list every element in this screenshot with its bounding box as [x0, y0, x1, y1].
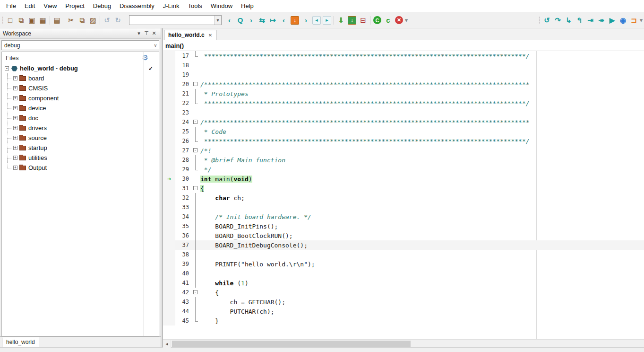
toggle-source-icon[interactable]: ⇆ — [257, 15, 267, 26]
open-document-icon[interactable]: ⧉ — [16, 15, 26, 26]
dropdown-caret-icon[interactable]: ▾ — [639, 15, 643, 26]
reset-icon[interactable]: ↺ — [541, 15, 552, 26]
breakpoint-gutter[interactable] — [163, 89, 175, 98]
breakpoint-gutter[interactable] — [163, 79, 175, 89]
expand-icon[interactable]: + — [13, 156, 17, 160]
breakpoint-gutter[interactable] — [163, 221, 175, 231]
breakpoint-gutter[interactable] — [163, 51, 175, 61]
breakpoint-gutter[interactable] — [163, 98, 175, 108]
fold-collapse-icon[interactable]: - — [193, 82, 197, 86]
breakpoint-gutter[interactable] — [163, 155, 175, 165]
next-bookmark-icon[interactable]: ▸ — [323, 16, 331, 25]
tree-item-component[interactable]: + component — [2, 93, 159, 103]
menu-item-view[interactable]: View — [39, 0, 61, 11]
goto-definition-icon[interactable]: ↦ — [267, 15, 278, 26]
fold-gutter[interactable]: - — [192, 146, 199, 155]
save-icon[interactable]: ▣ — [26, 15, 37, 26]
toolbar-separator[interactable] — [98, 15, 102, 26]
expand-icon[interactable]: + — [13, 146, 17, 150]
expand-icon[interactable]: + — [13, 96, 17, 100]
expand-icon[interactable]: + — [13, 166, 17, 170]
toolbar-grip[interactable]: ┆ — [1, 15, 5, 26]
pin-icon[interactable]: ⊤ — [143, 30, 150, 36]
close-icon[interactable]: ✕ — [208, 33, 212, 38]
download-and-debug-icon[interactable]: C — [373, 16, 381, 24]
tree-item-doc[interactable]: + doc — [2, 113, 159, 123]
tree-item-utilities[interactable]: + utilities — [2, 153, 159, 163]
redo-icon[interactable]: ↻ — [112, 15, 123, 26]
toolbar-separator[interactable] — [332, 15, 335, 26]
step-over-icon[interactable]: ↷ — [552, 15, 563, 26]
fold-gutter[interactable]: - — [192, 79, 199, 89]
fold-collapse-icon[interactable]: - — [193, 120, 197, 124]
breakpoint-gutter[interactable] — [163, 259, 175, 269]
breakpoint-gutter[interactable] — [163, 240, 175, 250]
horizontal-scrollbar[interactable]: ◂ — [163, 339, 644, 347]
breakpoint-gutter[interactable] — [163, 297, 175, 307]
step-into-icon[interactable]: ↳ — [563, 15, 574, 26]
search-icon[interactable]: Q — [235, 15, 246, 26]
scroll-left-icon[interactable]: ◂ — [163, 340, 171, 348]
breakpoint-gutter[interactable] — [163, 193, 175, 202]
stop-debug-session-icon[interactable]: ✕ — [395, 16, 403, 24]
run-to-cursor-icon[interactable]: ↠ — [596, 15, 607, 26]
menu-item-debug[interactable]: Debug — [89, 0, 115, 11]
erase-memory-icon[interactable]: ⊟ — [358, 15, 369, 26]
breakpoint-gutter[interactable] — [163, 278, 175, 288]
next-statement-icon[interactable]: ⇥ — [585, 15, 596, 26]
breakpoint-gutter[interactable] — [163, 136, 175, 146]
toolbar-separator[interactable] — [62, 15, 66, 26]
new-document-icon[interactable]: □ — [5, 15, 16, 26]
toolbar-separator[interactable] — [369, 15, 372, 26]
go-icon[interactable]: ▶ — [607, 15, 618, 26]
breakpoint-gutter[interactable] — [163, 146, 175, 155]
breakpoint-gutter[interactable] — [163, 165, 175, 174]
fold-collapse-icon[interactable]: - — [193, 290, 197, 294]
editor-tab-hello-world-c[interactable]: hello_world.c ✕ — [164, 30, 216, 40]
breakpoint-gutter[interactable] — [163, 307, 175, 316]
expand-icon[interactable]: + — [13, 116, 17, 120]
save-all-icon[interactable]: ▦ — [37, 15, 48, 26]
fold-collapse-icon[interactable]: - — [193, 186, 197, 190]
toolbar-separator[interactable] — [123, 15, 127, 26]
breakpoint-gutter[interactable] — [163, 231, 175, 240]
breakpoint-gutter[interactable] — [163, 61, 175, 70]
panel-close-icon[interactable]: ✕ — [150, 30, 158, 36]
breakpoint-gutter[interactable] — [163, 288, 175, 297]
prev-bookmark-icon[interactable]: ◂ — [312, 16, 321, 25]
toolbar-grip[interactable]: ┆ — [538, 15, 541, 26]
breakpoint-gutter[interactable] — [163, 127, 175, 136]
function-selector-bar[interactable]: main() — [163, 40, 644, 51]
code-editor[interactable]: 17 *************************************… — [163, 51, 644, 339]
menu-item-project[interactable]: Project — [61, 0, 88, 11]
download-flash-icon[interactable]: ↓ — [348, 16, 356, 25]
menu-item-window[interactable]: Window — [206, 0, 237, 11]
menu-item-disassembly[interactable]: Disassembly — [115, 0, 159, 11]
breakpoint-gutter[interactable] — [163, 70, 175, 79]
menu-item-help[interactable]: Help — [237, 0, 258, 11]
break-icon[interactable]: ◉ — [618, 15, 628, 26]
expand-icon[interactable]: + — [13, 76, 17, 80]
debug-without-download-icon[interactable]: c — [383, 15, 394, 26]
collapse-icon[interactable]: - — [5, 66, 9, 70]
tree-item-output[interactable]: + Output — [2, 163, 159, 173]
breakpoint-gutter[interactable] — [163, 202, 175, 212]
print-icon[interactable]: ▤ — [52, 15, 62, 26]
expand-icon[interactable]: + — [13, 136, 17, 140]
stop-debugging-icon[interactable]: ⊐ — [628, 15, 639, 26]
tree-item-source[interactable]: + source — [2, 133, 159, 143]
breakpoint-gutter[interactable] — [163, 108, 175, 117]
expand-icon[interactable]: + — [13, 126, 17, 130]
nav-forward-icon[interactable]: › — [246, 15, 257, 26]
toggle-bookmark-icon[interactable]: ↓ — [291, 16, 299, 25]
next-result-icon[interactable]: › — [301, 15, 311, 26]
download-icon[interactable]: ⇓ — [335, 15, 346, 26]
paste-icon[interactable]: ▨ — [87, 15, 98, 26]
step-out-icon[interactable]: ↰ — [574, 15, 585, 26]
fold-gutter[interactable]: - — [192, 288, 199, 297]
menu-item-tools[interactable]: Tools — [183, 0, 206, 11]
tree-item-board[interactable]: + board — [2, 73, 159, 83]
tree-item-drivers[interactable]: + drivers — [2, 123, 159, 133]
fold-gutter[interactable]: - — [192, 117, 199, 127]
fold-gutter[interactable]: - — [192, 184, 199, 193]
